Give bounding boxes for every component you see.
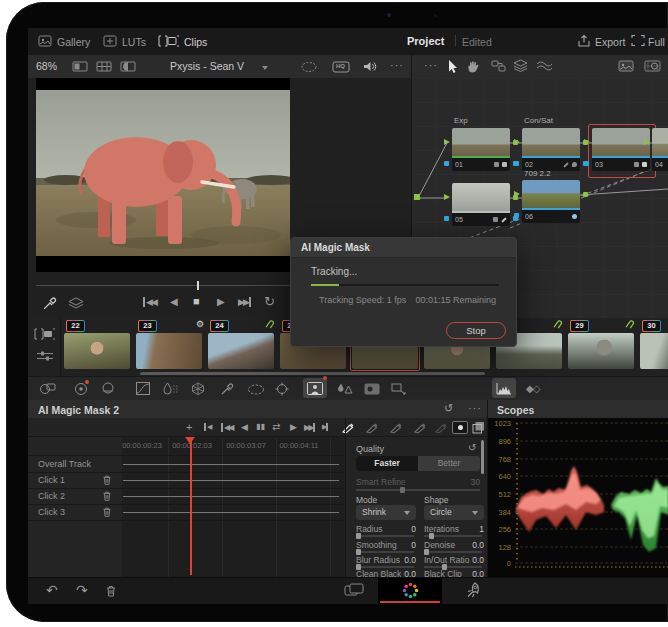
reverse-button[interactable]: ◀ bbox=[241, 422, 248, 432]
camera-raw-icon[interactable] bbox=[39, 382, 56, 395]
slider-thumb[interactable] bbox=[356, 533, 361, 539]
stop-tracking-button[interactable]: Stop bbox=[446, 322, 506, 339]
param-slider[interactable] bbox=[356, 535, 414, 537]
clips-filter-icon[interactable] bbox=[34, 328, 56, 340]
undo-button[interactable]: ↶ bbox=[46, 582, 58, 598]
luts-button[interactable] bbox=[103, 35, 117, 47]
track-bar[interactable] bbox=[123, 464, 339, 465]
node-input-port[interactable] bbox=[514, 139, 520, 145]
clips-button[interactable] bbox=[158, 35, 180, 47]
blur-sharpen-icon[interactable] bbox=[337, 382, 353, 395]
track-label-click1[interactable]: Click 1 bbox=[38, 475, 65, 485]
matte-preview-toggle[interactable] bbox=[452, 421, 468, 434]
key-input-port[interactable] bbox=[444, 216, 449, 221]
node-options-menu[interactable]: ··· bbox=[424, 59, 438, 71]
track-bar[interactable] bbox=[123, 480, 339, 481]
node-input-port[interactable] bbox=[444, 139, 450, 145]
track-bar[interactable] bbox=[123, 512, 339, 513]
node-04[interactable]: 04 bbox=[652, 128, 668, 171]
clip-thumbnail-30[interactable] bbox=[640, 333, 668, 369]
cursor-tool-icon[interactable] bbox=[447, 59, 459, 73]
mixer-icon[interactable] bbox=[536, 61, 552, 71]
clip-thumbnail-24[interactable] bbox=[208, 333, 274, 369]
mask-options-menu[interactable]: ··· bbox=[468, 402, 482, 414]
luts-label[interactable]: LUTs bbox=[122, 36, 146, 48]
forward-button[interactable]: ▶ bbox=[290, 422, 297, 432]
node-input-port[interactable] bbox=[514, 191, 520, 197]
gallery-label[interactable]: Gallery bbox=[57, 36, 90, 48]
shape-dropdown[interactable]: Circle bbox=[424, 505, 484, 520]
timeline-sort-icon[interactable] bbox=[36, 350, 54, 362]
viewer-scrub-bar[interactable] bbox=[36, 285, 290, 286]
clip-thumbnail-22[interactable] bbox=[64, 333, 130, 369]
matte-overlay-icon[interactable] bbox=[472, 421, 485, 434]
slider-thumb[interactable] bbox=[429, 533, 434, 539]
dialog-titlebar[interactable]: AI Magic Mask bbox=[291, 238, 516, 258]
single-viewer-icon[interactable] bbox=[72, 61, 88, 72]
curves-icon[interactable] bbox=[136, 382, 150, 395]
timeline-playhead[interactable] bbox=[190, 437, 192, 575]
scopes-tool-active[interactable] bbox=[492, 378, 516, 398]
subtract-stroke-pen-icon[interactable] bbox=[365, 420, 379, 434]
keyframes-icon[interactable]: ◆◇ bbox=[526, 383, 539, 394]
param-slider[interactable] bbox=[424, 551, 482, 553]
trash-icon[interactable] bbox=[101, 506, 113, 518]
param-slider[interactable] bbox=[356, 551, 414, 553]
playhead-handle[interactable] bbox=[185, 437, 195, 444]
step-back-button[interactable]: ◀◀ bbox=[221, 423, 232, 432]
reset-icon[interactable]: ↺ bbox=[444, 402, 453, 415]
node-02[interactable]: 02 bbox=[522, 128, 580, 171]
pick-color-icon[interactable] bbox=[42, 296, 57, 311]
color-page-button-active[interactable] bbox=[378, 578, 442, 604]
window-icon[interactable] bbox=[247, 384, 265, 395]
gear-icon[interactable]: ⚙ bbox=[196, 319, 204, 329]
swap-direction-button[interactable]: ⇄ bbox=[272, 421, 280, 432]
clip-thumbnail-29[interactable] bbox=[568, 333, 634, 369]
add-stroke-pen-icon[interactable] bbox=[341, 420, 355, 434]
compare-view-icon[interactable] bbox=[120, 61, 136, 72]
web-grid-icon[interactable] bbox=[191, 382, 205, 395]
add-detail-pen-icon[interactable] bbox=[389, 420, 403, 434]
pause-button[interactable]: ▮▮ bbox=[256, 422, 265, 431]
add-node-icon[interactable] bbox=[491, 60, 506, 72]
key-input-port[interactable] bbox=[514, 161, 519, 166]
project-tab[interactable]: Project bbox=[407, 35, 444, 47]
picker-pin-icon[interactable] bbox=[220, 382, 234, 396]
goto-out-button[interactable]: ▶ bbox=[322, 423, 328, 431]
node-03-selected[interactable]: 03 bbox=[592, 128, 650, 171]
node-input-port[interactable] bbox=[444, 194, 450, 200]
play-reverse-button[interactable]: ◀ bbox=[170, 296, 178, 307]
node-06[interactable]: 06 bbox=[522, 180, 580, 223]
hq-playback-icon[interactable]: HQ bbox=[332, 60, 350, 73]
viewer-options-menu[interactable]: ··· bbox=[390, 59, 404, 71]
param-slider[interactable] bbox=[356, 566, 414, 568]
audio-icon[interactable] bbox=[362, 60, 377, 73]
split-view-icon[interactable] bbox=[96, 61, 112, 72]
magic-mask-tool-active[interactable] bbox=[303, 378, 327, 398]
track-bar[interactable] bbox=[123, 496, 339, 497]
edit-page-icon[interactable] bbox=[344, 583, 364, 598]
node-output-port[interactable] bbox=[583, 192, 588, 197]
trash-icon[interactable] bbox=[101, 474, 113, 486]
add-keyframe-button[interactable]: + bbox=[186, 421, 192, 433]
gallery-button[interactable] bbox=[38, 35, 52, 47]
qualifier-icon[interactable] bbox=[163, 382, 179, 395]
mode-dropdown[interactable]: Shrink bbox=[356, 505, 416, 520]
quality-better-option[interactable]: Better bbox=[418, 456, 480, 471]
clip-strip-scrollbar[interactable] bbox=[140, 372, 485, 375]
node-input-port[interactable] bbox=[644, 139, 650, 145]
redo-button[interactable]: ↷ bbox=[76, 582, 88, 598]
node-input-port[interactable] bbox=[584, 139, 590, 145]
viewer-source-select[interactable]: Pxysis - Sean V bbox=[170, 60, 244, 72]
track-label-click3[interactable]: Click 3 bbox=[38, 507, 65, 517]
track-label-click2[interactable]: Click 2 bbox=[38, 491, 65, 501]
param-slider[interactable] bbox=[424, 566, 482, 568]
remove-detail-pen-icon[interactable] bbox=[413, 420, 427, 434]
stop-button[interactable]: ■ bbox=[193, 295, 200, 307]
fullscreen-label[interactable]: Full Scr bbox=[648, 36, 668, 48]
deliver-page-icon[interactable] bbox=[464, 581, 482, 599]
node-layers-icon[interactable] bbox=[513, 59, 528, 72]
key-input-port[interactable] bbox=[514, 213, 519, 218]
param-slider[interactable] bbox=[424, 535, 482, 537]
key-input-port[interactable] bbox=[584, 161, 589, 166]
